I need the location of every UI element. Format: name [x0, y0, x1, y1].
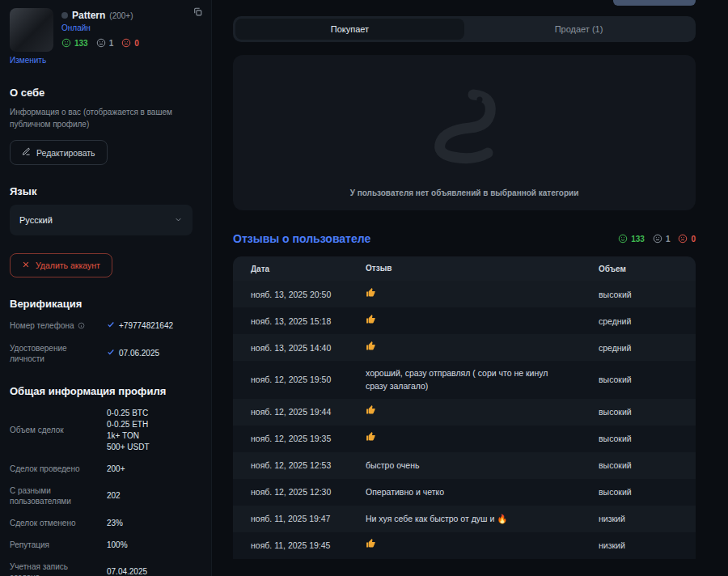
review-row: нояб. 11, 2025 19:45 низкий: [233, 532, 696, 559]
stat-label: Сделок отменено: [10, 518, 100, 529]
review-row: нояб. 11, 2025 19:47 Ни хуя себе как быс…: [233, 506, 696, 532]
partial-top-button[interactable]: [613, 0, 696, 6]
review-volume: высокий: [589, 290, 696, 299]
edit-avatar-link[interactable]: Изменить: [10, 56, 46, 65]
language-title: Язык: [10, 185, 200, 197]
edit-profile-label: Редактировать: [36, 148, 95, 158]
review-volume: высокий: [589, 375, 696, 384]
neutral-reactions-badge: 1: [653, 234, 671, 244]
empty-state-card: У пользователя нет объявлений в выбранно…: [233, 55, 696, 210]
deals-count-suffix: (200+): [109, 11, 133, 20]
positive-reactions-badge: 133: [618, 234, 645, 244]
tab-selling[interactable]: Продает (1): [464, 19, 693, 40]
stat-label: Сделок проведено: [10, 464, 100, 475]
stats-title: Общая информация профиля: [10, 385, 200, 397]
thumbs-up-icon: [366, 316, 376, 326]
review-date: нояб. 11, 2025 19:45: [233, 540, 356, 550]
review-volume: низкий: [589, 514, 696, 523]
negative-reactions-badge: 0: [678, 234, 696, 244]
column-header-volume: Объем: [589, 265, 696, 273]
about-title: О себе: [10, 87, 200, 99]
review-row: нояб. 13, 2025 14:40 средний: [233, 334, 696, 361]
thumbs-up-icon: [366, 343, 376, 353]
online-status: Онлайн: [61, 23, 139, 32]
review-date: нояб. 11, 2025 19:47: [233, 514, 356, 523]
profile-header: Изменить Pattern (200+) Онлайн 133 1 0: [10, 8, 200, 66]
negative-count: 0: [691, 235, 696, 244]
reviews-table: ДатаОтзывОбъем нояб. 13, 2025 20:50 высо…: [233, 256, 696, 559]
avatar: [10, 8, 53, 52]
review-content: Ни хуя себе как быстро от душ и 🔥: [356, 512, 589, 525]
verified-check-icon: [107, 348, 115, 359]
verification-value: +79774821642: [107, 320, 200, 332]
review-content: [356, 314, 589, 328]
delete-account-button[interactable]: Удалить аккаунт: [10, 253, 112, 277]
tab-buying[interactable]: Покупает: [235, 19, 464, 40]
review-content: хороший, сразу отправлял ( сори что не к…: [356, 366, 589, 393]
stat-label: Учетная запись создана: [10, 561, 100, 576]
review-date: нояб. 13, 2025 20:50: [233, 290, 356, 299]
neutral-count: 1: [666, 235, 671, 244]
profile-reactions: 133 1 0: [61, 38, 139, 48]
stat-value: 23%: [107, 518, 200, 529]
verification-row: Удостоверение личности 07.06.2025: [10, 343, 200, 365]
neutral-count: 1: [109, 39, 114, 48]
review-date: нояб. 12, 2025 19:44: [233, 407, 356, 417]
review-date: нояб. 12, 2025 19:35: [233, 434, 356, 443]
language-select[interactable]: Русский: [10, 205, 193, 235]
review-row: нояб. 12, 2025 19:35 высокий: [233, 426, 696, 452]
review-date: нояб. 13, 2025 15:18: [233, 316, 356, 326]
review-volume: высокий: [589, 460, 696, 470]
stat-value: 202: [107, 490, 200, 502]
thumbs-up-icon: [366, 407, 376, 417]
stat-row: С разными пользователями 202: [10, 485, 200, 507]
copy-icon[interactable]: [193, 6, 203, 17]
stat-row: Сделок проведено 200+: [10, 464, 200, 475]
review-volume: средний: [589, 343, 696, 353]
review-content: [356, 431, 589, 445]
positive-count: 133: [74, 39, 88, 48]
profile-sidebar: Изменить Pattern (200+) Онлайн 133 1 0 О…: [0, 0, 212, 576]
stat-label: Репутация: [10, 540, 100, 551]
verification-title: Верификация: [10, 298, 200, 310]
positive-reactions-badge: 133: [61, 38, 88, 48]
thumbs-up-icon: [366, 290, 376, 299]
negative-count: 0: [134, 39, 139, 48]
stat-row: Репутация 100%: [10, 540, 200, 551]
review-content: Оперативно и четко: [356, 485, 589, 498]
review-content: [356, 404, 589, 418]
review-volume: низкий: [589, 540, 696, 550]
review-volume: высокий: [589, 434, 696, 443]
chevron-down-icon: [174, 215, 183, 226]
close-icon: [22, 260, 30, 270]
thumbs-up-icon: [366, 434, 376, 443]
negative-reactions-badge: 0: [121, 38, 139, 48]
stat-row: Сделок отменено 23%: [10, 518, 200, 529]
positive-count: 133: [631, 235, 645, 244]
delete-account-label: Удалить аккаунт: [36, 260, 100, 270]
avatar-column: Изменить: [10, 8, 53, 66]
review-content: быстро очень: [356, 459, 589, 472]
info-icon: [78, 321, 85, 332]
review-row: нояб. 12, 2025 12:30 Оперативно и четко …: [233, 479, 696, 506]
column-header-review: Отзыв: [356, 262, 589, 275]
review-date: нояб. 12, 2025 12:53: [233, 460, 356, 470]
review-date: нояб. 12, 2025 19:50: [233, 375, 356, 384]
status-dot-icon: [61, 12, 68, 19]
language-selected-value: Русский: [19, 215, 53, 225]
empty-state-message: У пользователя нет объявлений в выбранно…: [350, 188, 579, 197]
stat-label: С разными пользователями: [10, 485, 100, 507]
edit-profile-button[interactable]: Редактировать: [10, 140, 108, 165]
snake-illustration-icon: [415, 83, 514, 171]
review-volume: высокий: [589, 407, 696, 417]
main-content: Покупает Продает (1) У пользователя нет …: [212, 0, 728, 576]
verification-label: Удостоверение личности: [10, 343, 100, 365]
verification-value: 07.06.2025: [107, 348, 200, 359]
stat-value: 0-0.25 BTC 0-0.25 ETH 1k+ TON 500+ USDT: [107, 408, 200, 453]
verified-check-icon: [107, 320, 115, 332]
reviews-header: Отзывы о пользователе 133 1 0: [233, 232, 696, 245]
reviews-table-header: ДатаОтзывОбъем: [233, 256, 696, 281]
about-description: Информация о вас (отображается в вашем п…: [10, 106, 180, 130]
stat-value: 07.04.2025: [107, 566, 200, 576]
stat-value: 200+: [107, 464, 200, 475]
